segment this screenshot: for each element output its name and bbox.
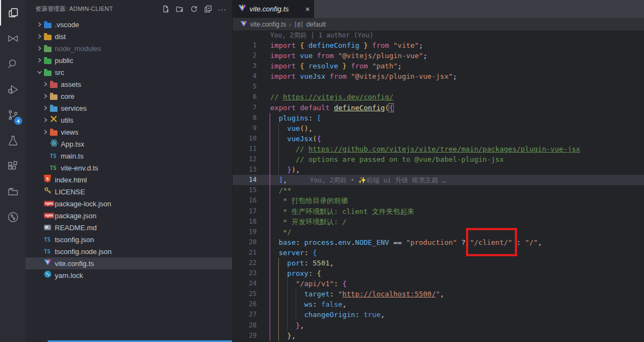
folder-icon — [44, 59, 52, 64]
vs-infinity-icon[interactable] — [0, 26, 25, 51]
ts-icon: TS — [44, 249, 50, 255]
line-number: 21 — [233, 248, 257, 258]
tree-item-yarn.lock[interactable]: yarn.lock — [25, 269, 232, 281]
chevron-right-icon[interactable] — [35, 22, 44, 27]
code-editor[interactable]: You, 2周前 | 1 author (You) 1import { defi… — [233, 30, 644, 342]
tree-item-package-lock.json[interactable]: npmpackage-lock.json — [25, 198, 232, 210]
code-line-21[interactable]: 21 server: { — [233, 248, 644, 258]
breadcrumb-file[interactable]: vite.config.ts — [250, 21, 286, 28]
folder-icon — [44, 71, 52, 76]
npm-icon: npm — [44, 201, 54, 206]
chevron-right-icon[interactable] — [41, 129, 50, 135]
code-line-17[interactable]: 17 * 生产环境默认: client 文件夹包起来 — [233, 206, 644, 217]
tree-item-public[interactable]: public — [25, 54, 232, 66]
project-folder-icon[interactable] — [0, 179, 25, 204]
chevron-right-icon[interactable] — [35, 46, 44, 51]
code-line-16[interactable]: 16 * 打包给目录的前缀 — [233, 195, 644, 206]
chevron-down-icon[interactable] — [35, 69, 44, 75]
line-number: 17 — [233, 206, 257, 217]
code-line-4[interactable]: 4import vueJsx from "@vitejs/plugin-vue-… — [233, 71, 644, 81]
code-line-26[interactable]: 26 ws: false, — [233, 299, 644, 309]
code-line-10[interactable]: 10 vueJsx({ — [233, 134, 644, 144]
tree-item-App.tsx[interactable]: App.tsx — [25, 138, 232, 150]
chevron-right-icon[interactable] — [41, 105, 50, 111]
code-line-15[interactable]: 15 /** — [233, 185, 644, 195]
collapse-all-icon[interactable] — [203, 5, 212, 14]
git-blame-header: You, 2周前 | 1 author (You) — [233, 30, 644, 40]
code-line-2[interactable]: 2import vue from "@vitejs/plugin-vue"; — [233, 50, 644, 61]
line-number: 16 — [233, 195, 257, 206]
code-line-18[interactable]: 18 * 开发环境默认: / — [233, 217, 644, 227]
code-line-1[interactable]: 1import { defineConfig } from "vite"; — [233, 40, 644, 50]
tree-item-tsconfig.node.json[interactable]: TStsconfig.node.json — [25, 245, 232, 257]
git-graph-icon[interactable] — [0, 204, 25, 230]
new-file-icon[interactable] — [161, 5, 170, 14]
line-number: 13 — [233, 164, 257, 175]
tree-item-dist[interactable]: dist — [25, 30, 232, 42]
line-number: 6 — [233, 92, 257, 102]
code-line-5[interactable]: 5 — [233, 81, 644, 92]
chevron-right-icon[interactable] — [35, 34, 44, 39]
line-number: 22 — [233, 258, 257, 268]
code-line-6[interactable]: 6// https://vitejs.dev/config/ — [233, 92, 644, 102]
code-line-7[interactable]: 7export default defineConfig({ — [233, 103, 644, 113]
close-icon[interactable]: × — [305, 5, 310, 13]
tree-item-index.html[interactable]: 5index.html — [25, 174, 232, 186]
tree-item-assets[interactable]: assets — [25, 78, 232, 90]
tree-item-core[interactable]: core — [25, 90, 232, 102]
code-line-22[interactable]: 22 port: 5501, — [233, 258, 644, 268]
code-line-20[interactable]: 20 base: process.env.NODE_ENV == "produc… — [233, 237, 644, 248]
tree-item-tsconfig.json[interactable]: TStsconfig.json — [25, 233, 232, 245]
tree-item-README.md[interactable]: M↓README.md — [25, 221, 232, 233]
tab-vite-config[interactable]: vite.config.ts × — [233, 0, 314, 18]
code-line-24[interactable]: 24 "/api/v1": { — [233, 278, 644, 289]
code-line-12[interactable]: 12 // options are passed on to @vue/babe… — [233, 154, 644, 164]
code-line-8[interactable]: 8 plugins: [ — [233, 113, 644, 123]
code-line-25[interactable]: 25 target: "http://localhost:5500/", — [233, 289, 644, 299]
tree-item-main.ts[interactable]: TSmain.ts — [25, 150, 232, 162]
line-number: 8 — [233, 113, 257, 123]
vite-icon — [238, 4, 246, 14]
tree-item-utils[interactable]: utils — [25, 114, 232, 126]
search-icon[interactable] — [0, 51, 25, 77]
code-line-23[interactable]: 23 proxy: { — [233, 268, 644, 278]
code-line-19[interactable]: 19 */ — [233, 227, 644, 237]
tree-item-.vscode[interactable]: .vscode — [25, 18, 232, 30]
run-debug-icon[interactable] — [0, 77, 25, 102]
tree-item-node_modules[interactable]: node_modules — [25, 42, 232, 54]
code-line-27[interactable]: 27 changeOrigin: true, — [233, 309, 644, 320]
refresh-icon[interactable] — [189, 5, 198, 14]
code-line-29[interactable]: 29 }, — [233, 331, 644, 341]
code-line-9[interactable]: 9 vue(), — [233, 123, 644, 134]
svg-text:5: 5 — [46, 176, 49, 181]
chevron-right-icon[interactable] — [41, 81, 50, 87]
chevron-right-icon[interactable] — [35, 58, 44, 63]
code-line-14[interactable]: 14 ],You, 2周前 • ✨前端 ui 升级 暗黑主题 … — [233, 175, 644, 185]
code-line-11[interactable]: 11 // https://github.com/vitejs/vite/tre… — [233, 144, 644, 154]
explorer-icon[interactable] — [0, 0, 25, 26]
code-line-3[interactable]: 3import { resolve } from "path"; — [233, 61, 644, 71]
extensions-icon[interactable] — [0, 153, 25, 179]
tree-item-vite-env.d.ts[interactable]: TSvite-env.d.ts — [25, 162, 232, 174]
key-icon — [44, 187, 52, 197]
more-actions-icon[interactable]: ··· — [218, 7, 227, 12]
code-line-13[interactable]: 13 }), — [233, 164, 644, 175]
tree-item-views[interactable]: views — [25, 126, 232, 138]
source-control-icon[interactable]: 4 — [0, 102, 25, 128]
tree-item-package.json[interactable]: npmpackage.json — [25, 210, 232, 221]
testing-beaker-icon[interactable] — [0, 128, 25, 153]
chevron-right-icon[interactable] — [41, 117, 50, 123]
line-number: 4 — [233, 71, 257, 81]
chevron-right-icon[interactable] — [41, 93, 50, 99]
explorer-header: 资源管理器: ADMIN-CLIENT ··· — [25, 0, 232, 18]
tree-item-vite.config.ts[interactable]: vite.config.ts — [25, 257, 232, 269]
line-number: 24 — [233, 278, 257, 289]
line-number: 15 — [233, 185, 257, 195]
breadcrumb-symbol[interactable]: default — [306, 21, 326, 28]
tree-item-src[interactable]: src — [25, 66, 232, 78]
code-line-28[interactable]: 28 }, — [233, 320, 644, 331]
tree-item-services[interactable]: services — [25, 102, 232, 114]
tree-item-LICENSE[interactable]: LICENSE — [25, 186, 232, 198]
new-folder-icon[interactable] — [175, 5, 184, 14]
tree-item-label: vite-env.d.ts — [61, 164, 98, 172]
